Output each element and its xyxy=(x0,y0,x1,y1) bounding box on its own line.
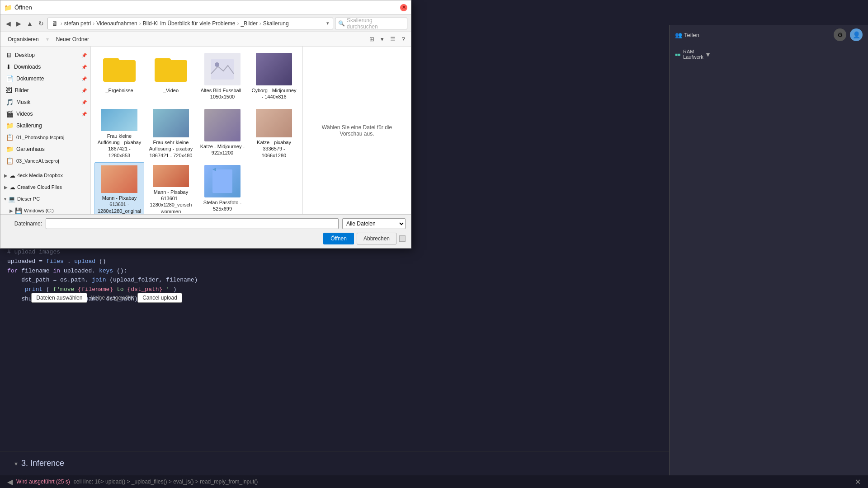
share-button[interactable]: 👥 Teilen xyxy=(675,32,699,38)
open-button[interactable]: Öffnen xyxy=(323,233,354,244)
passfoto-svg xyxy=(209,168,236,195)
cancel-dialog-button[interactable]: Abbrechen xyxy=(357,233,396,244)
file-label-katze-pixabay: Katze - pixabay 3336579 - 1066x1280 xyxy=(251,139,297,159)
creative-icon: ☁ xyxy=(9,184,15,191)
pin-icon-musik: 📌 xyxy=(81,100,87,105)
cancel-upload-button[interactable]: Cancel upload xyxy=(137,293,182,303)
close-status-icon[interactable]: ✕ xyxy=(855,478,861,486)
dialog-actions: Organisieren ▾ Neuer Ordner ⊞ ▾ ☰ ? xyxy=(0,32,411,47)
file-thumb-frau-sehr-kleine xyxy=(153,109,189,137)
forward-button[interactable]: ▶ xyxy=(14,19,23,28)
preview-area: Wählen Sie eine Datei für die Vorschau a… xyxy=(302,47,411,214)
code-area: # upload images uploaded = files . uploa… xyxy=(0,244,669,380)
view-grid-button[interactable]: ⊞ xyxy=(367,34,377,44)
filename-row: Dateiname: Alle Dateien xyxy=(6,218,406,229)
sidebar-label-musik: Musik xyxy=(16,99,30,105)
file-label-mann-original: Mann - Pixabay 613601 - 1280x1280_origin… xyxy=(97,195,142,214)
close-dialog-button[interactable]: ✕ xyxy=(400,4,407,11)
view-dropdown-button[interactable]: ▾ xyxy=(378,34,386,44)
sidebar-item-vance[interactable]: 📋 03_VanceAI.tscproj xyxy=(0,155,90,167)
file-label-ergebnisse: _Ergebnisse xyxy=(105,87,133,94)
windows-icon: 💾 xyxy=(15,207,22,214)
new-folder-button[interactable]: Neuer Ordner xyxy=(52,35,93,43)
file-item-ergebnisse[interactable]: _Ergebnisse xyxy=(94,50,144,104)
ram-info: ■■ RAM Laufwerk ▾ xyxy=(670,45,868,63)
sidebar-group-dieser-pc[interactable]: ▾ 💻 Dieser PC xyxy=(0,193,90,205)
share-label: Teilen xyxy=(684,32,699,38)
file-item-mann-original[interactable]: Mann - Pixabay 613601 - 1280x1280_origin… xyxy=(94,162,144,214)
sidebar-label-vance: 03_VanceAI.tscproj xyxy=(16,158,59,164)
file-thumb-katze-pixabay xyxy=(256,109,292,137)
user-avatar[interactable]: 👤 xyxy=(850,28,863,41)
svg-rect-2 xyxy=(212,169,232,193)
file-thumb-frau-kleine xyxy=(101,109,137,131)
sidebar-group-windows[interactable]: ▶ 💾 Windows (C:) xyxy=(0,205,90,214)
windows-label: Windows (C:) xyxy=(24,208,54,213)
breadcrumb-root-icon: 🖥 xyxy=(52,20,58,27)
dialog-content: 🖥 Desktop 📌 ⬇ Downloads 📌 📄 Dokumente 📌 … xyxy=(0,47,411,214)
file-item-frau-kleine[interactable]: Frau kleine Auflösung - pixabay 1867421 … xyxy=(94,106,144,160)
expand-icon[interactable]: ▾ xyxy=(706,50,710,59)
right-panel-header: 👥 Teilen ⚙ 👤 xyxy=(670,25,868,45)
sidebar-group-creative[interactable]: ▶ ☁ Creative Cloud Files xyxy=(0,181,90,193)
sidebar-group-4eck[interactable]: ▶ ☁ 4eck Media Dropbox xyxy=(0,169,90,181)
organize-dropdown-icon[interactable]: ▾ xyxy=(46,36,49,42)
image-icon-svg xyxy=(209,56,236,82)
file-item-video[interactable]: _Video xyxy=(146,50,196,104)
search-box[interactable]: 🔍 Skalierung durchsuchen xyxy=(335,18,407,29)
sidebar-item-dokumente[interactable]: 📄 Dokumente 📌 xyxy=(0,73,90,84)
ram-label: RAM xyxy=(683,49,703,54)
preview-text: Wählen Sie eine Datei für die Vorschau a… xyxy=(303,117,411,144)
resize-handle[interactable] xyxy=(399,235,406,242)
code-line-2: for filename in uploaded. keys (): xyxy=(7,267,662,276)
sidebar-item-skalierung[interactable]: 📁 Skalierung xyxy=(0,120,90,131)
filename-input[interactable] xyxy=(46,218,339,229)
sidebar-item-gartenhaus[interactable]: 📁 Gartenhaus xyxy=(0,143,90,155)
cyborg-img xyxy=(256,53,292,85)
breadcrumb[interactable]: 🖥 › stefan petri › Videoaufnahmen › Bild… xyxy=(47,18,333,29)
up-button[interactable]: ▲ xyxy=(25,19,35,28)
view-details-button[interactable]: ☰ xyxy=(388,34,398,44)
file-item-mann-verschwommen[interactable]: Mann - Pixabay 613601 - 1280x1280_versch… xyxy=(146,162,196,214)
vance-icon: 📋 xyxy=(6,157,14,164)
file-label-katze-midjourney: Katze - Midjourney - 922x1200 xyxy=(200,143,245,156)
file-label-altes-bild: Altes Bild Fussball - 1050x1500 xyxy=(200,87,245,100)
toolbar-dots[interactable]: ··· xyxy=(22,294,28,302)
desktop-icon: 🖥 xyxy=(6,52,12,59)
file-thumb-katze-midjourney xyxy=(204,109,241,141)
file-item-katze-midjourney[interactable]: Katze - Midjourney - 922x1200 xyxy=(198,106,247,160)
file-item-stefan-passfoto[interactable]: Stefan Passfoto - 525x699 xyxy=(198,162,247,214)
altes-bild-img xyxy=(204,53,241,85)
sidebar-item-downloads[interactable]: ⬇ Downloads 📌 xyxy=(0,61,90,73)
sidebar-item-desktop[interactable]: 🖥 Desktop 📌 xyxy=(0,49,90,61)
dialog-title: Öffnen xyxy=(14,4,32,11)
dialog-titlebar: 📁 Öffnen ✕ xyxy=(0,0,411,15)
settings-icon[interactable]: ⚙ xyxy=(834,28,846,41)
organize-button[interactable]: Organisieren xyxy=(4,35,42,43)
file-item-frau-sehr-kleine[interactable]: Frau sehr kleine Auflösung - pixabay 186… xyxy=(146,106,196,160)
katze-midjourney-img xyxy=(204,109,241,141)
sidebar-item-videos[interactable]: 🎬 Videos 📌 xyxy=(0,108,90,120)
sidebar-item-musik[interactable]: 🎵 Musik 📌 xyxy=(0,96,90,108)
breadcrumb-dropdown-icon[interactable]: ▾ xyxy=(326,20,329,26)
refresh-button[interactable]: ↻ xyxy=(37,19,46,28)
search-placeholder: Skalierung durchsuchen xyxy=(347,17,404,30)
file-label-stefan-passfoto: Stefan Passfoto - 525x699 xyxy=(200,199,245,212)
pin-icon: 📌 xyxy=(81,53,87,58)
back-button[interactable]: ◀ xyxy=(4,19,13,28)
file-item-altes-bild[interactable]: Altes Bild Fussball - 1050x1500 xyxy=(198,50,247,104)
sidebar-item-bilder[interactable]: 🖼 Bilder 📌 xyxy=(0,84,90,96)
view-preview-button[interactable]: ? xyxy=(400,34,407,44)
file-grid: _Ergebnisse _Video xyxy=(91,47,302,214)
select-files-button[interactable]: Dateien auswählen xyxy=(31,293,87,303)
filetype-select[interactable]: Alle Dateien xyxy=(342,218,406,229)
file-item-katze-pixabay[interactable]: Katze - pixabay 3336579 - 1066x1280 xyxy=(249,106,299,160)
file-item-cyborg[interactable]: Cyborg - Midjourney - 1440x816 xyxy=(249,50,299,104)
sidebar-label-videos: Videos xyxy=(16,111,33,117)
nav-left-icon[interactable]: ◀ xyxy=(7,478,13,486)
no-file-label: Keine ausgewählt xyxy=(91,295,134,301)
inference-section[interactable]: ▾ 3. Inference xyxy=(7,455,662,472)
file-label-mann-verschwommen: Mann - Pixabay 613601 - 1280x1280_versch… xyxy=(148,189,193,214)
sidebar-item-photoshop[interactable]: 📋 01_Photoshop.tscproj xyxy=(0,131,90,143)
breadcrumb-part4: _Bilder xyxy=(241,20,258,27)
